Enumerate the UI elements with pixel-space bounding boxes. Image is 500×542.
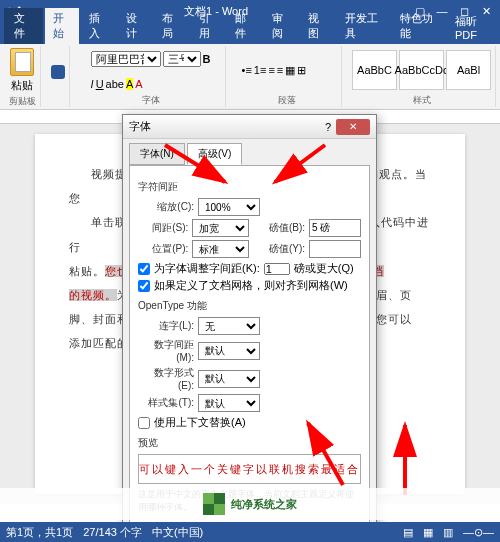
position-label: 位置(P):: [138, 242, 188, 256]
group-styles: AaBbC AaBbCcDc AaBl 样式: [348, 46, 496, 107]
tab-view[interactable]: 视图: [300, 8, 335, 44]
dialog-body: 字符间距 缩放(C): 100% 间距(S): 加宽 磅值(B): 位置(P):…: [129, 165, 370, 523]
group-label-bt: [57, 97, 60, 107]
watermark-text: 纯净系统之家: [231, 497, 297, 512]
styleset-label: 样式集(T):: [138, 396, 194, 410]
section-preview: 预览: [138, 436, 361, 450]
kerning-label: 为字体调整字间距(K):: [154, 261, 260, 276]
dialog-tabs: 字体(N) 高级(V): [123, 139, 376, 165]
tab-pdf[interactable]: 福昕PDF: [447, 11, 500, 44]
spacing-pt-label: 磅值(B):: [266, 221, 306, 235]
tab-insert[interactable]: 插入: [81, 8, 116, 44]
grid-align-label: 如果定义了文档网格，则对齐到网格(W): [154, 278, 348, 293]
view-read-icon[interactable]: ▤: [403, 526, 413, 539]
bold-button[interactable]: B: [203, 53, 211, 65]
kerning-checkbox[interactable]: [138, 263, 150, 275]
tab-mailings[interactable]: 邮件: [227, 8, 262, 44]
style-heading[interactable]: AaBbC: [352, 50, 397, 90]
preview-box: 您也可以键入一个关键字以联机搜索最适合您的: [138, 454, 361, 484]
strike-button[interactable]: abe: [106, 78, 124, 90]
style-normal[interactable]: AaBbCcDc: [399, 50, 444, 90]
status-language[interactable]: 中文(中国): [152, 525, 203, 540]
view-print-icon[interactable]: ▦: [423, 526, 433, 539]
watermark: 纯净系统之家: [0, 488, 500, 520]
group-label-style: 样式: [413, 94, 431, 107]
status-page[interactable]: 第1页，共1页: [6, 525, 73, 540]
font-highlight-button[interactable]: A: [126, 78, 133, 90]
style-heading1[interactable]: AaBl: [446, 50, 491, 90]
numform-select[interactable]: 默认: [198, 370, 260, 388]
tab-file[interactable]: 文件: [4, 8, 43, 44]
ligatures-select[interactable]: 无: [198, 317, 260, 335]
align-left-button[interactable]: ≡: [268, 64, 274, 76]
ligatures-label: 连字(L):: [138, 319, 194, 333]
group-label-para: 段落: [278, 94, 296, 107]
bullets-button[interactable]: •≡: [242, 64, 252, 76]
align-center-button[interactable]: ≡: [277, 64, 283, 76]
group-clipboard: 粘贴 剪贴板: [4, 46, 41, 107]
numbering-button[interactable]: 1≡: [254, 64, 267, 76]
borders-button[interactable]: ⊞: [297, 64, 306, 77]
shading-button[interactable]: ▦: [285, 64, 295, 77]
numform-label: 数字形式(E):: [138, 366, 194, 391]
context-alt-label: 使用上下文替换(A): [154, 415, 246, 430]
paste-label: 粘贴: [11, 78, 33, 93]
zoom-slider[interactable]: —⊙—: [463, 526, 494, 539]
scale-select[interactable]: 100%: [198, 198, 260, 216]
grid-align-checkbox[interactable]: [138, 280, 150, 292]
group-paragraph: •≡ 1≡ ≡ ≡ ▦ ⊞ 段落: [232, 46, 342, 107]
tab-acrobat[interactable]: 特色功能: [392, 8, 445, 44]
dialog-title: 字体: [129, 119, 320, 134]
ribbon: 粘贴 剪贴板 阿里巴巴普… 三号 B I U abe A A 字体 •≡ 1≡ …: [0, 44, 500, 110]
position-select[interactable]: 标准: [192, 240, 248, 258]
group-font: 阿里巴巴普… 三号 B I U abe A A 字体: [76, 46, 226, 107]
styleset-select[interactable]: 默认: [198, 394, 260, 412]
kerning-unit: 磅或更大(Q): [294, 261, 354, 276]
tab-review[interactable]: 审阅: [264, 8, 299, 44]
group-bluetooth: [47, 46, 70, 107]
numspacing-label: 数字间距(M):: [138, 338, 194, 363]
position-pt-input[interactable]: [309, 240, 361, 258]
section-spacing: 字符间距: [138, 180, 361, 194]
view-web-icon[interactable]: ▥: [443, 526, 453, 539]
dialog-titlebar[interactable]: 字体 ? ✕: [123, 115, 376, 139]
position-pt-label: 磅值(Y):: [266, 242, 306, 256]
group-label-font: 字体: [142, 94, 160, 107]
dialog-close-icon[interactable]: ✕: [336, 119, 370, 135]
kerning-value-input[interactable]: [264, 263, 290, 275]
scale-label: 缩放(C):: [138, 200, 194, 214]
section-opentype: OpenType 功能: [138, 299, 361, 313]
group-label-clipboard: 剪贴板: [9, 95, 36, 108]
italic-button[interactable]: I: [91, 78, 94, 90]
tab-design[interactable]: 设计: [118, 8, 153, 44]
spacing-label: 间距(S):: [138, 221, 188, 235]
underline-button[interactable]: U: [96, 78, 104, 90]
bluetooth-icon[interactable]: [51, 65, 65, 79]
tab-home[interactable]: 开始: [45, 8, 80, 44]
font-color-button[interactable]: A: [135, 78, 142, 90]
watermark-logo-icon: [203, 493, 225, 515]
status-bar: 第1页，共1页 27/143 个字 中文(中国) ▤ ▦ ▥ —⊙—: [0, 522, 500, 542]
context-alt-checkbox[interactable]: [138, 417, 150, 429]
tab-dev[interactable]: 开发工具: [337, 8, 390, 44]
font-dialog: 字体 ? ✕ 字体(N) 高级(V) 字符间距 缩放(C): 100% 间距(S…: [122, 114, 377, 542]
spacing-pt-input[interactable]: [309, 219, 361, 237]
paste-button[interactable]: 粘贴: [8, 46, 36, 95]
ribbon-tabs: 文件 开始 插入 设计 布局 引用 邮件 审阅 视图 开发工具 特色功能 福昕P…: [0, 22, 500, 44]
tab-references[interactable]: 引用: [191, 8, 226, 44]
dialog-tab-font[interactable]: 字体(N): [129, 143, 185, 165]
tab-layout[interactable]: 布局: [154, 8, 189, 44]
font-size-select[interactable]: 三号: [163, 51, 201, 67]
font-name-select[interactable]: 阿里巴巴普…: [91, 51, 161, 67]
numspacing-select[interactable]: 默认: [198, 342, 260, 360]
spacing-select[interactable]: 加宽: [192, 219, 248, 237]
paste-icon: [10, 48, 34, 76]
dialog-help-icon[interactable]: ?: [320, 121, 336, 133]
dialog-tab-advanced[interactable]: 高级(V): [187, 143, 242, 165]
status-words[interactable]: 27/143 个字: [83, 525, 142, 540]
